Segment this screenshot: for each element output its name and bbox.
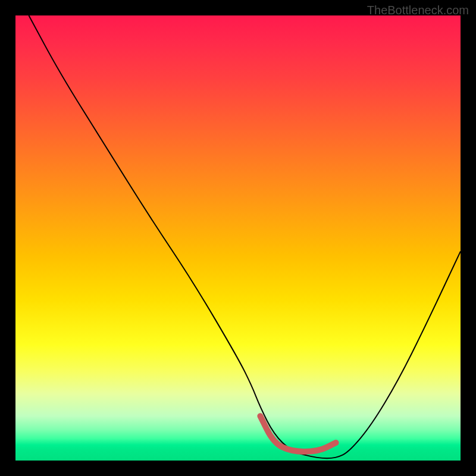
chart-plot-area (15, 15, 461, 461)
optimal-range-marker (260, 416, 336, 452)
bottleneck-curve (29, 15, 461, 458)
chart-svg (15, 15, 461, 461)
watermark-text: TheBottleneck.com (367, 4, 469, 17)
